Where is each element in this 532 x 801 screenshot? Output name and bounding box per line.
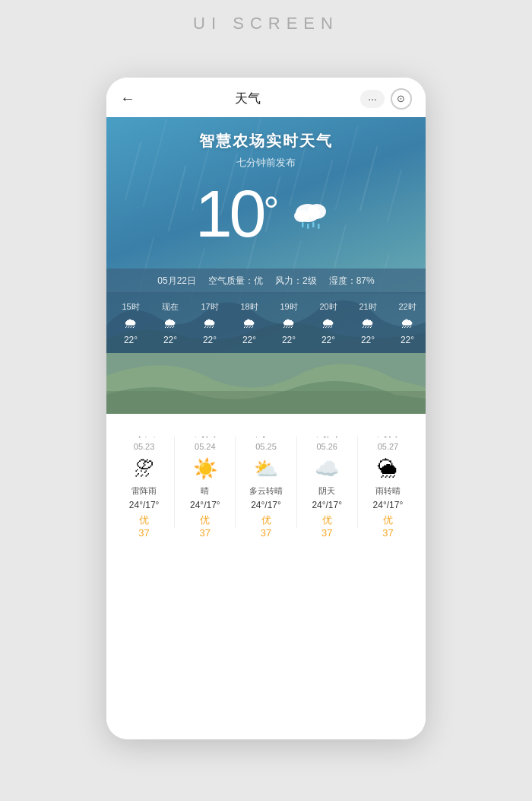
cloud-icon: ☁️ bbox=[315, 457, 339, 481]
page-title: 天气 bbox=[235, 90, 261, 107]
rain-icon: 🌧 bbox=[163, 316, 177, 332]
daily-item-today: 今天 05.23 ⛈ 雷阵雨 24°/17° 优 37 bbox=[114, 426, 174, 539]
camera-button[interactable]: ⊙ bbox=[391, 88, 412, 110]
hero-content: 智慧农场实时天气 七分钟前发布 10 ° bbox=[106, 117, 426, 247]
page-label: UI SCREEN bbox=[193, 14, 339, 33]
partly-cloudy-icon: ⛅ bbox=[254, 457, 278, 481]
daily-item-sat: 周六 05.26 ☁️ 阴天 24°/17° 优 37 bbox=[297, 426, 357, 539]
rain-icon: 🌧 bbox=[203, 316, 217, 332]
curve-decoration bbox=[106, 414, 426, 437]
rain-sun-icon: 🌦 bbox=[378, 457, 397, 481]
svg-point-1 bbox=[308, 204, 326, 219]
top-bar: ← 天气 ··· ⊙ bbox=[106, 78, 426, 117]
right-icons: ··· ⊙ bbox=[360, 88, 412, 110]
date-display: 05月22日 bbox=[157, 275, 196, 288]
svg-rect-8 bbox=[106, 391, 426, 414]
hourly-item: 18时 🌧 22° bbox=[230, 298, 269, 348]
hourly-item: 22时 🌧 22° bbox=[388, 298, 426, 348]
daily-row: 今天 05.23 ⛈ 雷阵雨 24°/17° 优 37 周四 05.24 ☀️ … bbox=[114, 426, 418, 539]
hero-temp-row: 10 ° bbox=[106, 180, 426, 247]
weather-info-bar: 05月22日 空气质量：优 风力：2级 湿度：87% bbox=[106, 269, 426, 294]
more-button[interactable]: ··· bbox=[360, 90, 385, 108]
temperature-display: 10 bbox=[195, 180, 264, 247]
hourly-item: 20时 🌧 22° bbox=[309, 298, 348, 348]
daily-item-thu: 周四 05.24 ☀️ 晴 24°/17° 优 37 bbox=[175, 426, 235, 539]
svg-rect-3 bbox=[302, 222, 304, 227]
humidity-info: 湿度：87% bbox=[329, 275, 375, 288]
rain-icon: 🌧 bbox=[361, 316, 375, 332]
rain-icon: 🌧 bbox=[401, 316, 414, 332]
hourly-item: 19时 🌧 22° bbox=[269, 298, 309, 348]
air-quality: 空气质量：优 bbox=[208, 275, 263, 288]
rain-icon: 🌧 bbox=[124, 316, 138, 332]
hourly-item: 现在 🌧 22° bbox=[150, 298, 190, 348]
sun-icon: ☀️ bbox=[193, 457, 217, 481]
hero-weather-icon bbox=[291, 195, 337, 233]
hero-subtitle: 七分钟前发布 bbox=[106, 156, 426, 170]
svg-rect-6 bbox=[318, 224, 320, 229]
hero-title: 智慧农场实时天气 bbox=[106, 131, 426, 151]
daily-item-fri: 周五 05.25 ⛅ 多云转晴 24°/17° 优 37 bbox=[236, 426, 296, 539]
wind-info: 风力：2级 bbox=[275, 275, 317, 288]
landscape-section bbox=[106, 353, 426, 414]
rain-icon: 🌧 bbox=[321, 316, 335, 332]
thunder-icon: ⛈ bbox=[135, 457, 154, 481]
phone-frame: ← 天气 ··· ⊙ bbox=[106, 78, 426, 739]
daily-item-sun: 周日 05.27 🌦 雨转晴 24°/17° 优 37 bbox=[358, 426, 418, 539]
svg-point-2 bbox=[294, 210, 309, 222]
hourly-item: 17时 🌧 22° bbox=[190, 298, 230, 348]
svg-rect-5 bbox=[312, 222, 315, 227]
bottom-section: 今天 05.23 ⛈ 雷阵雨 24°/17° 优 37 周四 05.24 ☀️ … bbox=[106, 414, 426, 739]
svg-rect-4 bbox=[307, 224, 309, 229]
hourly-item: 15时 🌧 22° bbox=[111, 298, 150, 348]
hourly-forecast[interactable]: 15时 🌧 22° 现在 🌧 22° 17时 🌧 22° 18时 🌧 22° 1… bbox=[106, 292, 426, 353]
back-button[interactable]: ← bbox=[120, 90, 135, 107]
degree-symbol: ° bbox=[264, 188, 280, 234]
rain-icon: 🌧 bbox=[282, 316, 296, 332]
rain-icon: 🌧 bbox=[242, 316, 256, 332]
hourly-item: 21时 🌧 22° bbox=[348, 298, 388, 348]
weather-hero: 智慧农场实时天气 七分钟前发布 10 ° bbox=[106, 117, 426, 353]
